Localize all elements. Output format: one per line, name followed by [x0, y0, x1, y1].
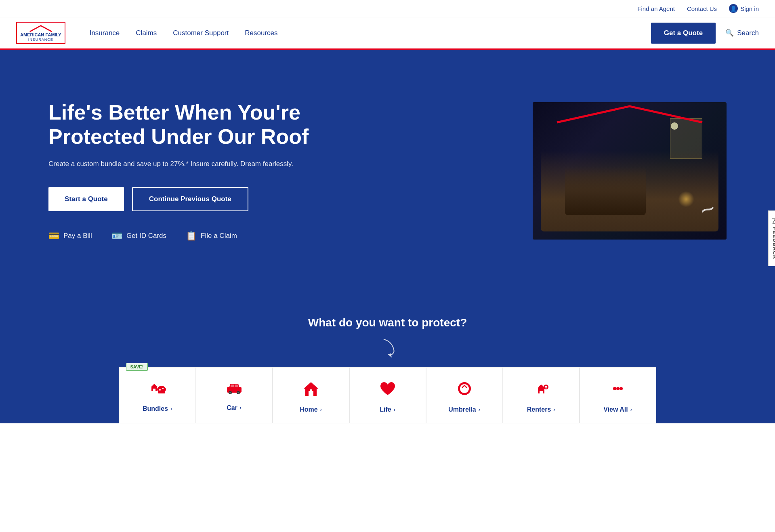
logo-box: AMERICAN FAMILY INSURANCE — [16, 22, 65, 44]
car-chevron: › — [240, 405, 242, 411]
renters-chevron: › — [553, 407, 555, 412]
hero-subtitle: Create a custom bundle and save up to 27… — [48, 159, 323, 169]
home-label: Home › — [300, 406, 321, 413]
life-chevron: › — [394, 407, 395, 412]
life-card[interactable]: Life › — [349, 367, 426, 423]
view-all-icon — [609, 381, 627, 400]
nav-claims[interactable]: Claims — [136, 29, 157, 37]
logo[interactable]: AMERICAN FAMILY INSURANCE — [16, 22, 65, 44]
logo-roof-icon — [27, 24, 55, 32]
quick-links: 💳 Pay a Bill 🪪 Get ID Cards 📋 File a Cla… — [48, 231, 323, 241]
hero-roof-graphic — [533, 102, 727, 126]
home-chevron: › — [320, 407, 322, 412]
save-badge: SAVE! — [126, 363, 148, 371]
person-silhouette — [565, 167, 646, 215]
lamp — [678, 191, 694, 207]
svg-point-14 — [229, 392, 231, 393]
svg-rect-20 — [310, 389, 312, 393]
life-label: Life › — [380, 406, 395, 413]
bundles-chevron: › — [170, 406, 172, 412]
svg-rect-6 — [158, 389, 165, 393]
bundles-icon — [146, 381, 168, 400]
svg-marker-0 — [388, 353, 392, 357]
get-quote-button[interactable]: Get a Quote — [651, 23, 716, 44]
bundles-card[interactable]: SAVE! — [119, 367, 196, 423]
view-all-label: View All › — [603, 406, 632, 413]
pay-bill-link[interactable]: 💳 Pay a Bill — [48, 231, 92, 241]
svg-marker-17 — [304, 382, 318, 389]
umbrella-card[interactable]: Umbrella › — [426, 367, 503, 423]
hero-section: Life's Better When You're Protected Unde… — [0, 50, 775, 300]
hero-title: Life's Better When You're Protected Unde… — [48, 101, 323, 149]
find-agent-link[interactable]: Find an Agent — [637, 5, 675, 12]
home-card[interactable]: Home › — [273, 367, 349, 423]
start-quote-button[interactable]: Start a Quote — [48, 187, 124, 211]
hero-image: ~ — [533, 102, 727, 240]
nav-links: Insurance Claims Customer Support Resour… — [90, 29, 651, 37]
main-nav: AMERICAN FAMILY INSURANCE Insurance Clai… — [0, 17, 775, 50]
sign-in-button[interactable]: 👤 Sign in — [729, 4, 759, 13]
umbrella-label: Umbrella › — [448, 406, 480, 413]
logo-text-amfam: AMERICAN FAMILY — [20, 32, 61, 37]
svg-point-27 — [613, 387, 616, 390]
svg-rect-3 — [153, 389, 155, 391]
user-icon: 👤 — [729, 4, 738, 13]
life-icon — [379, 381, 397, 400]
continue-quote-button[interactable]: Continue Previous Quote — [132, 187, 248, 211]
logo-text-ins: INSURANCE — [28, 38, 53, 42]
credit-card-icon: 💳 — [48, 231, 59, 241]
view-all-chevron: › — [630, 407, 632, 412]
svg-rect-12 — [235, 385, 238, 387]
bundles-label: Bundles › — [143, 405, 172, 412]
car-icon — [225, 381, 244, 399]
search-button[interactable]: 🔍 Search — [725, 29, 759, 37]
renters-label: Renters › — [527, 406, 555, 413]
svg-point-29 — [620, 387, 623, 390]
feedback-icon: |◁ — [772, 217, 775, 224]
feedback-tab[interactable]: |◁ FEEDBACK — [769, 210, 775, 266]
home-icon — [302, 381, 320, 400]
protect-arrow-decoration — [372, 337, 404, 357]
svg-point-28 — [616, 387, 620, 390]
nav-insurance[interactable]: Insurance — [90, 29, 120, 37]
nav-right: Get a Quote 🔍 Search — [651, 23, 759, 44]
svg-point-7 — [159, 389, 161, 391]
search-icon: 🔍 — [725, 29, 734, 37]
top-bar: Find an Agent Contact Us 👤 Sign in — [0, 0, 775, 17]
hero-image-scene: ~ — [533, 102, 727, 240]
umbrella-chevron: › — [479, 407, 480, 412]
hero-content: Life's Better When You're Protected Unde… — [48, 101, 323, 241]
renters-card[interactable]: Renters › — [503, 367, 580, 423]
view-all-card[interactable]: View All › — [580, 367, 656, 423]
umbrella-icon — [456, 381, 473, 400]
svg-marker-1 — [151, 384, 158, 387]
protect-title: What do you want to protect? — [16, 316, 759, 329]
contact-us-link[interactable]: Contact Us — [687, 5, 717, 12]
car-card[interactable]: Car › — [196, 367, 273, 423]
svg-rect-8 — [162, 388, 164, 389]
nav-resources[interactable]: Resources — [245, 29, 277, 37]
file-claim-link[interactable]: 📋 File a Claim — [186, 231, 237, 241]
id-card-icon: 🪪 — [111, 231, 122, 241]
svg-point-16 — [237, 392, 239, 393]
svg-rect-26 — [546, 387, 546, 389]
svg-rect-11 — [231, 385, 234, 387]
product-cards: SAVE! — [16, 367, 759, 423]
get-id-cards-link[interactable]: 🪪 Get ID Cards — [111, 231, 166, 241]
car-label: Car › — [227, 404, 242, 412]
nav-customer-support[interactable]: Customer Support — [173, 29, 229, 37]
file-icon: 📋 — [186, 231, 197, 241]
hero-buttons: Start a Quote Continue Previous Quote — [48, 187, 323, 211]
protect-section: What do you want to protect? SAVE! — [0, 300, 775, 423]
renters-icon — [532, 381, 550, 400]
